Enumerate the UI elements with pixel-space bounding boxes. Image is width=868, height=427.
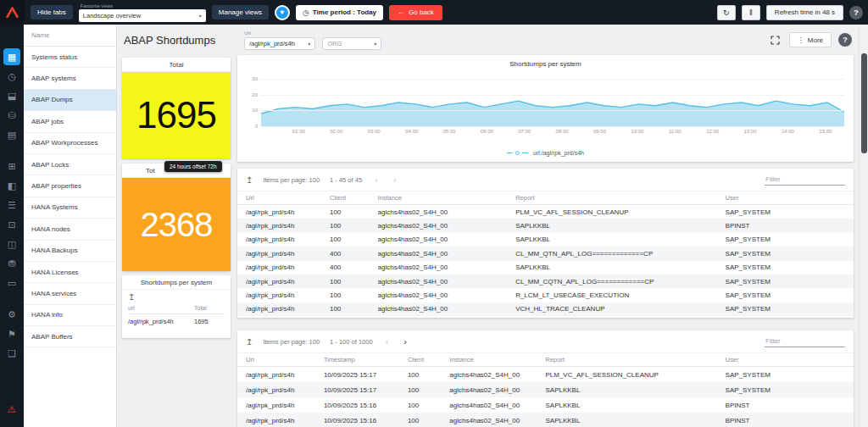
table-row[interactable]: /agl/rpk_prd/s4h 1695 xyxy=(128,314,225,329)
column-header[interactable]: Timestamp xyxy=(324,356,408,363)
table-row[interactable]: /agl/rpk_prd/s4h10/09/2025 15:16100aglch… xyxy=(237,413,854,427)
components-icon[interactable]: ⊡ xyxy=(3,216,20,233)
sidebar-item-abap-locks[interactable]: ABAP Locks xyxy=(24,154,116,175)
refresh-timer-button[interactable]: Refresh time in 48 s xyxy=(766,5,843,20)
area-chart[interactable]: 302010001:0002:0003:0004:0005:0006:0007:… xyxy=(261,79,844,126)
app-logo[interactable] xyxy=(0,0,25,25)
favourite-heart-button[interactable]: ♥ xyxy=(275,5,290,20)
column-header[interactable]: Total xyxy=(194,305,225,311)
list-icon[interactable]: ▤ xyxy=(3,126,20,143)
devices-icon[interactable]: ▭ xyxy=(3,274,20,291)
column-header[interactable]: Instance xyxy=(449,356,545,363)
chart-legend[interactable]: url:/agl/rpk_prd/s4h xyxy=(237,150,854,156)
table-row[interactable]: /agl/rpk_prd/s4h100aglchs4has02_S4H_00SA… xyxy=(237,219,854,232)
manage-views-button[interactable]: Manage views xyxy=(212,5,269,19)
column-header[interactable]: Report xyxy=(545,356,725,363)
sidebar-item-hana-backups[interactable]: HANA Backups xyxy=(24,241,116,262)
go-back-button[interactable]: ← Go back xyxy=(389,5,442,20)
workspaces-icon[interactable]: ◫ xyxy=(3,236,20,252)
analytics-icon[interactable]: ◧ xyxy=(3,177,20,194)
column-header[interactable]: Client xyxy=(408,356,449,363)
more-button[interactable]: ⋮ More xyxy=(789,32,832,47)
filter-input[interactable] xyxy=(765,174,845,186)
org-field: ORG ▾ xyxy=(322,30,381,50)
column-header[interactable]: User xyxy=(726,356,845,363)
org-select[interactable]: ORG ▾ xyxy=(322,37,381,50)
help-button-secondary[interactable]: ? xyxy=(838,33,852,47)
apps-icon[interactable]: ⊞ xyxy=(3,158,20,175)
main-scrollbar[interactable] xyxy=(859,25,868,427)
next-page-icon[interactable]: › xyxy=(401,337,409,347)
column-header[interactable]: Instance xyxy=(378,194,516,202)
table-row[interactable]: /agl/rpk_prd/s4h100aglchs4has02_S4H_00CL… xyxy=(237,274,854,288)
sidebar-item-abap-buffers[interactable]: ABAP Buffers xyxy=(24,326,116,347)
sidebar-item-hana-systems[interactable]: HANA Systems xyxy=(24,197,116,219)
prev-page-icon[interactable]: ‹ xyxy=(383,337,392,347)
column-header[interactable]: Report xyxy=(515,194,725,202)
column-header[interactable]: Url xyxy=(246,356,324,363)
column-header[interactable]: Client xyxy=(330,194,378,202)
prev-page-icon[interactable]: ‹ xyxy=(372,175,381,185)
total-value: 1695 xyxy=(136,94,216,136)
sidebar-item-abap-properties[interactable]: ABAP properties xyxy=(24,175,116,197)
monitor-icon[interactable]: ⬓ xyxy=(3,87,20,104)
sidebar-item-hana-nodes[interactable]: HANA nodes xyxy=(24,219,116,240)
flag-icon[interactable]: ⚑ xyxy=(3,325,20,342)
table-row[interactable]: /agl/rpk_prd/s4h100aglchs4has02_S4H_00PL… xyxy=(237,205,854,219)
sidebar-item-abap-jobs[interactable]: ABAP jobs xyxy=(24,111,116,132)
column-header[interactable]: User xyxy=(726,194,845,202)
history-icon[interactable]: ◷ xyxy=(3,68,20,85)
dashboard-icon[interactable]: ▦ xyxy=(3,48,20,65)
sidebar-item-systems-status[interactable]: Systems status xyxy=(24,47,116,68)
sidebar-item-abap-systems[interactable]: ABAP systems xyxy=(24,68,116,89)
table-row[interactable]: /agl/rpk_prd/s4h100aglchs4has02_S4H_00VC… xyxy=(237,302,854,316)
hide-tabs-button[interactable]: Hide tabs xyxy=(31,5,73,19)
sidebar-item-hana-licenses[interactable]: HANA Licenses xyxy=(24,262,116,283)
table-row[interactable]: /agl/rpk_prd/s4h400aglchs4has02_S4H_00CL… xyxy=(237,247,854,260)
alert-icon[interactable]: ⚠ xyxy=(3,401,20,418)
table-row[interactable]: /agl/rpk_prd/s4h100aglchs4has02_S4H_00R_… xyxy=(237,288,854,302)
sidebar-item-hana-services[interactable]: HANA services xyxy=(24,283,116,304)
url-select[interactable]: /agl/rpk_prd/s4h ▾ xyxy=(244,37,315,50)
filter-input[interactable] xyxy=(765,336,845,347)
sidebar-item-hana-info[interactable]: HANA info xyxy=(24,305,116,326)
table-row[interactable]: /agl/rpk_prd/s4h400aglchs4has02_S4H_00SA… xyxy=(237,261,854,274)
sidebar-item-abap-dumps[interactable]: ABAP Dumps xyxy=(24,90,116,111)
export-icon[interactable]: ↥ xyxy=(246,175,253,185)
items-per-page[interactable]: Items per page: 100 xyxy=(263,338,320,346)
sidebar-item-abap-workprocesses[interactable]: ABAP Workprocesses xyxy=(24,133,116,154)
table-row[interactable]: /agl/rpk_prd/s4h10/09/2025 15:16100aglch… xyxy=(237,397,854,413)
table-row[interactable]: /agl/rpk_prd/s4h10/09/2025 15:17100aglch… xyxy=(237,367,854,382)
pause-icon[interactable]: ‖ xyxy=(742,5,760,20)
notes-icon[interactable]: ❏ xyxy=(3,345,20,362)
database-icon[interactable]: ⛁ xyxy=(3,107,20,124)
pagination-range: 1 - 45 of 45 xyxy=(330,176,362,184)
settings-icon[interactable]: ⚙ xyxy=(3,306,20,323)
storage-icon[interactable]: ⛃ xyxy=(3,255,20,272)
avantra-logo-icon xyxy=(6,7,19,18)
fullscreen-icon[interactable] xyxy=(769,33,782,47)
table-cell: SAP_SYSTEM xyxy=(726,278,845,286)
services-icon[interactable]: ☰ xyxy=(3,197,20,214)
table-header: UrlClientInstanceReportUser xyxy=(237,191,854,205)
export-icon[interactable]: ↥ xyxy=(128,292,135,302)
export-icon[interactable]: ↥ xyxy=(246,337,253,347)
table-row[interactable]: /agl/rpk_prd/s4h10/09/2025 15:17100aglch… xyxy=(237,382,854,397)
favourite-views-select[interactable]: Landscape overview ▾ xyxy=(79,9,206,22)
table-row[interactable]: /agl/rpk_prd/s4h100aglchs4has02_S4H_00SA… xyxy=(237,233,854,247)
help-button[interactable]: ? xyxy=(849,6,863,19)
table-cell: aglchs4has02_S4H_00 xyxy=(378,236,516,243)
table-cell: 100 xyxy=(330,208,378,216)
items-per-page[interactable]: Items per page: 100 xyxy=(263,176,320,184)
refresh-icon[interactable]: ↻ xyxy=(717,5,736,20)
scrollbar-thumb[interactable] xyxy=(861,53,867,153)
y-axis-tick: 20 xyxy=(252,92,261,97)
shortdumps-summary-table-card: ↥ Items per page: 100 1 - 45 of 45 ‹ › U… xyxy=(237,169,854,318)
time-period-display[interactable]: ◷ Time period : Today xyxy=(296,5,383,20)
column-header[interactable]: url xyxy=(128,305,194,311)
x-axis-tick: 13:00 xyxy=(744,129,757,134)
next-page-icon[interactable]: › xyxy=(391,175,399,185)
legend-line-icon xyxy=(522,152,528,154)
column-header[interactable]: Url xyxy=(246,194,330,202)
offset-card-body: 2368 xyxy=(122,178,231,271)
